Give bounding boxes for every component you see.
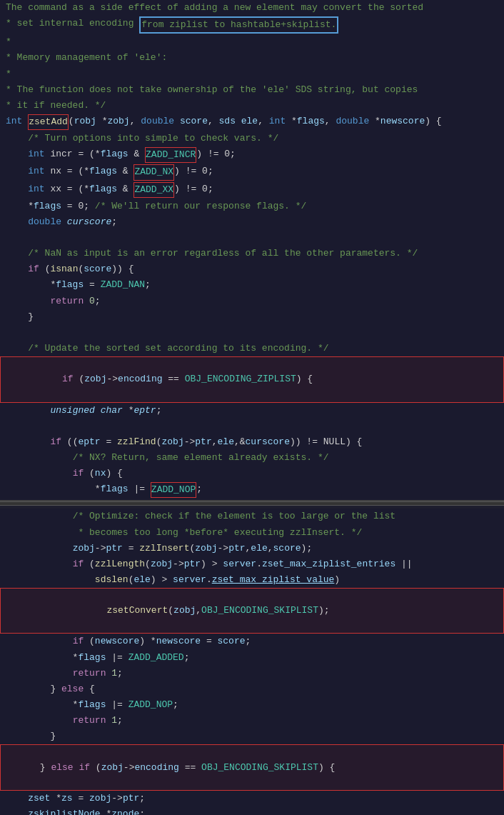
code-text: ( bbox=[84, 466, 95, 481]
code-line: unsigned char *eptr; bbox=[0, 403, 504, 419]
code-text: )) != NULL) { bbox=[290, 435, 362, 449]
code-text: zobj bbox=[73, 541, 95, 556]
code-text: flags bbox=[56, 278, 84, 292]
code-text: flags bbox=[78, 651, 106, 665]
macro-highlight: ZADD_XX bbox=[133, 182, 174, 198]
macro-highlight: ZADD_NOP bbox=[151, 482, 196, 498]
code-line: *flags |= ZADD_NOP; bbox=[0, 481, 504, 499]
code-text: ( bbox=[84, 557, 95, 571]
code-text: zobj bbox=[173, 605, 196, 616]
code-text: * becomes too long *before* executing zz… bbox=[78, 526, 362, 540]
code-text: flags bbox=[34, 199, 61, 214]
code-text: * bbox=[6, 651, 78, 665]
code-text: else if bbox=[51, 762, 90, 773]
code-text: * bbox=[369, 114, 380, 129]
code-text: 1 bbox=[111, 714, 117, 728]
code-text: OBJ_ENCODING_SKIPLIST bbox=[201, 605, 318, 616]
code-text: * bbox=[96, 114, 108, 129]
code-text: ele bbox=[133, 573, 150, 587]
code-line bbox=[0, 230, 504, 246]
code-text: = bbox=[201, 634, 217, 649]
code-text bbox=[40, 374, 62, 384]
code-text bbox=[6, 262, 28, 276]
code-text: ( bbox=[168, 605, 173, 616]
macro-highlight: ZADD_NX bbox=[133, 164, 174, 180]
code-text: score bbox=[273, 541, 301, 556]
code-text: ; bbox=[139, 807, 145, 815]
highlighted-line: } else if (zobj->encoding == OBJ_ENCODIN… bbox=[0, 744, 504, 790]
code-text: -> bbox=[106, 374, 118, 384]
code-text bbox=[6, 634, 73, 649]
code-text: |= bbox=[128, 482, 151, 496]
code-text: , bbox=[258, 114, 269, 129]
code-text: * it if needed. */ bbox=[6, 99, 106, 113]
code-text: 1 bbox=[111, 666, 117, 681]
code-text: == bbox=[179, 762, 201, 773]
code-text: int bbox=[269, 114, 286, 129]
code-text: ( bbox=[145, 557, 151, 571]
code-text: ( bbox=[39, 262, 51, 276]
code-text: |= bbox=[106, 651, 128, 665]
top-panel: The command as a side effect of adding a… bbox=[0, 0, 504, 501]
code-text: ( bbox=[69, 114, 74, 129]
code-text: )) { bbox=[111, 262, 133, 276]
code-text: & bbox=[117, 164, 133, 179]
code-line: } else { bbox=[0, 681, 504, 697]
code-text bbox=[6, 714, 73, 728]
code-text: zset_max_ziplist_entries bbox=[262, 557, 395, 571]
code-text: = bbox=[101, 435, 117, 449]
code-text: ; bbox=[246, 634, 251, 649]
highlighted-line: if (zobj->encoding == OBJ_ENCODING_ZIPLI… bbox=[0, 356, 504, 402]
code-line: return 0; bbox=[0, 294, 504, 309]
code-line: The command as a side effect of adding a… bbox=[0, 0, 504, 16]
code-line: if (isnan(score)) { bbox=[0, 261, 504, 277]
code-text: , bbox=[325, 114, 336, 129]
code-text: ; bbox=[156, 404, 162, 418]
code-text: } bbox=[40, 762, 51, 773]
code-text bbox=[6, 509, 73, 524]
code-text: if bbox=[50, 435, 61, 449]
panel-divider bbox=[0, 501, 504, 506]
code-text: ) { bbox=[106, 466, 122, 481]
code-text: if bbox=[73, 557, 84, 571]
code-text bbox=[6, 466, 73, 481]
code-line: double curscore; bbox=[0, 214, 504, 230]
code-text bbox=[84, 294, 89, 309]
code-text: ) { bbox=[296, 374, 313, 384]
code-line: * bbox=[0, 34, 504, 50]
code-line: return 1; bbox=[0, 666, 504, 681]
code-text: = bbox=[84, 278, 100, 292]
code-text: -> bbox=[184, 435, 196, 449]
code-text: score bbox=[218, 634, 246, 649]
code-text: ); bbox=[318, 605, 330, 616]
code-text: int bbox=[28, 164, 44, 179]
code-line: /* NaN as input is an error regardless o… bbox=[0, 246, 504, 261]
code-line: if ((eptr = zzlFind(zobj->ptr,ele,&cursc… bbox=[0, 434, 504, 450]
code-line: } bbox=[0, 309, 504, 325]
code-text bbox=[6, 404, 50, 418]
code-text: zobj bbox=[101, 762, 124, 773]
highlighted-line: zsetConvert(zobj,OBJ_ENCODING_SKIPLIST); bbox=[0, 588, 504, 634]
code-text: , bbox=[268, 541, 273, 556]
code-text: & bbox=[117, 182, 133, 196]
code-text: * bbox=[101, 807, 112, 815]
code-text: ) * bbox=[139, 634, 156, 649]
code-text: -> bbox=[218, 541, 229, 556]
code-text: * bbox=[6, 482, 101, 496]
code-text: ) != 0; bbox=[174, 182, 213, 196]
code-line: * bbox=[0, 66, 504, 82]
code-line: sdslen(ele) > server.zset_max_ziplist_va… bbox=[0, 572, 504, 588]
code-line: * it if needed. */ bbox=[0, 98, 504, 114]
code-text: ptr bbox=[184, 557, 201, 571]
code-text: zobj bbox=[89, 791, 111, 806]
code-line: zobj->ptr = zzlInsert(zobj->ptr,ele,scor… bbox=[0, 541, 504, 556]
code-text: flags bbox=[101, 482, 128, 496]
code-text: * The function does not take ownership o… bbox=[6, 83, 418, 97]
code-line: /* NX? Return, same element already exis… bbox=[0, 450, 504, 466]
code-text: ) > bbox=[201, 557, 223, 571]
code-line: * The function does not take ownership o… bbox=[0, 82, 504, 98]
code-text: encoding bbox=[118, 374, 162, 384]
code-text: if bbox=[28, 262, 39, 276]
code-text bbox=[40, 605, 107, 616]
code-text: ; bbox=[173, 698, 178, 712]
